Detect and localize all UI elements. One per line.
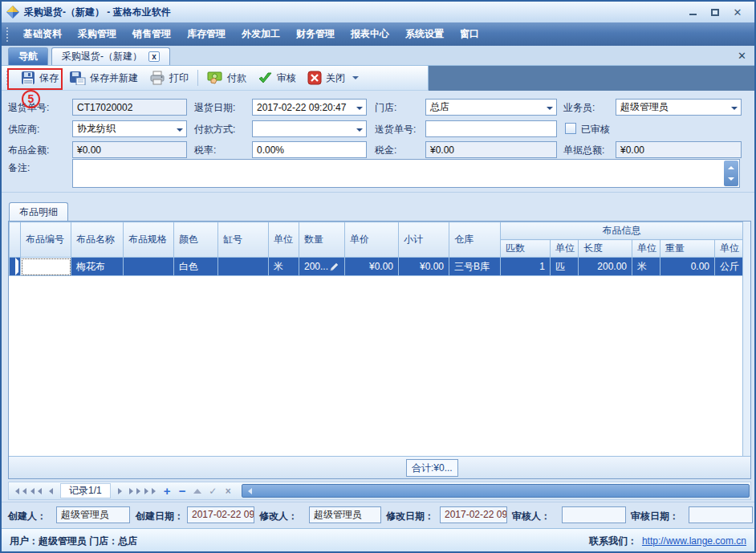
tab-navigation[interactable]: 导航 [8, 47, 48, 65]
cell-lot[interactable] [218, 258, 269, 276]
cell-unit[interactable]: 米 [269, 258, 299, 276]
tax-value: ¥0.00 [430, 144, 454, 156]
cell-weight-unit[interactable]: 公斤 [715, 258, 743, 276]
nav-next-page-button[interactable] [130, 484, 144, 498]
col-header-price[interactable]: 单价 [345, 222, 399, 258]
grid-vertical-scrollbar[interactable] [742, 222, 750, 456]
cell-warehouse[interactable]: 三号B库 [449, 258, 501, 276]
col-header-color[interactable]: 颜色 [174, 222, 218, 258]
col-header-weight[interactable]: 重量 [660, 240, 715, 258]
chevron-down-icon[interactable] [731, 107, 738, 113]
menu-window[interactable]: 窗口 [452, 23, 487, 45]
tax-field: ¥0.00 [425, 141, 557, 158]
create-date-label: 创建日期： [136, 507, 184, 525]
menu-purchase[interactable]: 采购管理 [70, 23, 124, 45]
cell-subtotal[interactable]: ¥0.00 [399, 258, 449, 276]
col-header-name[interactable]: 布品名称 [71, 222, 124, 258]
return-date-combo[interactable]: 2017-02-22 09:20:47 [252, 99, 367, 116]
cell-qty[interactable]: 200... [299, 258, 345, 276]
tax-rate-label: 税率: [194, 141, 216, 159]
col-header-qty[interactable]: 数量 [299, 222, 345, 258]
minimize-button[interactable] [687, 7, 698, 17]
nav-prior-button[interactable] [43, 484, 56, 498]
salesman-combo[interactable]: 超级管理员 [616, 99, 742, 116]
chevron-down-icon[interactable] [177, 128, 183, 135]
tab-fabric-detail[interactable]: 布品明细 [9, 202, 68, 222]
nav-prior-page-button[interactable] [27, 484, 41, 498]
nav-cancel-button[interactable]: × [222, 484, 235, 498]
save-button[interactable]: 保存 [15, 68, 64, 87]
scroll-left-icon[interactable] [245, 488, 252, 494]
nav-next-button[interactable] [115, 484, 128, 498]
cell-color[interactable]: 白色 [174, 258, 218, 276]
tab-close-icon[interactable]: x [148, 51, 160, 62]
col-header-code[interactable]: 布品编号 [21, 222, 71, 258]
fabric-amount-field: ¥0.00 [72, 141, 187, 158]
col-header-length-unit[interactable]: 单位 [632, 240, 660, 258]
nav-last-button[interactable] [145, 484, 159, 498]
menu-reports[interactable]: 报表中心 [343, 23, 397, 45]
chevron-down-icon[interactable] [356, 128, 363, 135]
website-link[interactable]: http://www.lange.com.cn [642, 535, 746, 547]
record-navigator: 记录1/1 + − ✓ × [8, 482, 751, 500]
grid-horizontal-scrollbar[interactable] [242, 484, 750, 498]
cell-length[interactable]: 200.00 [579, 258, 632, 276]
return-no-field: CT17020002 [72, 99, 187, 116]
chevron-down-icon[interactable] [356, 107, 363, 113]
audited-checkbox[interactable] [565, 123, 576, 134]
close-document-button[interactable]: 关闭 [302, 68, 351, 87]
cell-price[interactable]: ¥0.00 [345, 258, 399, 276]
table-row[interactable]: G0001 梅花布 白色 米 200... ¥0.00 ¥0.00 三号B库 [10, 258, 743, 276]
delivery-no-input[interactable] [425, 120, 557, 137]
col-header-pcs-unit[interactable]: 单位 [551, 240, 579, 258]
pay-button[interactable]: 付款 [201, 68, 252, 87]
record-indicator: 记录1/1 [60, 483, 111, 498]
col-header-subtotal[interactable]: 小计 [399, 222, 449, 258]
payment-method-combo[interactable] [252, 120, 367, 137]
supplier-combo[interactable]: 协龙纺织 [72, 120, 187, 137]
menu-outsourcing[interactable]: 外发加工 [234, 23, 288, 45]
tab-purchase-return[interactable]: 采购退货-（新建） x [51, 47, 170, 65]
modify-date-label: 修改日期： [386, 507, 434, 525]
audit-date-label: 审核日期： [631, 507, 679, 525]
save-and-new-button[interactable]: 保存并新建 [64, 68, 144, 87]
col-header-unit[interactable]: 单位 [269, 222, 299, 258]
remark-scrollbar[interactable] [724, 161, 738, 186]
maximize-button[interactable] [709, 7, 721, 17]
menu-sales[interactable]: 销售管理 [124, 23, 179, 45]
col-header-spec[interactable]: 布品规格 [124, 222, 174, 258]
menu-finance[interactable]: 财务管理 [288, 23, 343, 45]
scroll-up-icon[interactable] [728, 163, 734, 169]
print-button[interactable]: 打印 [144, 68, 194, 87]
toolbar-dropdown-arrow[interactable] [352, 76, 359, 83]
nav-insert-button[interactable]: + [161, 484, 174, 498]
cell-code[interactable]: G0001 [21, 258, 71, 276]
chevron-down-icon[interactable] [547, 107, 553, 113]
store-combo[interactable]: 总店 [425, 99, 557, 116]
tabstrip-close-button[interactable]: ✕ [738, 50, 746, 62]
menu-settings[interactable]: 系统设置 [397, 23, 452, 45]
audit-button[interactable]: 审核 [252, 69, 302, 87]
nav-first-button[interactable] [12, 484, 26, 498]
cell-pcs-unit[interactable]: 匹 [551, 258, 579, 276]
scroll-down-icon[interactable] [728, 177, 734, 184]
col-header-length[interactable]: 长度 [579, 240, 632, 258]
cell-pcs[interactable]: 1 [501, 258, 551, 276]
remark-textarea[interactable] [73, 160, 739, 187]
cell-spec[interactable] [124, 258, 174, 276]
tax-rate-input[interactable] [252, 141, 367, 158]
menu-basic-data[interactable]: 基础资料 [15, 23, 70, 45]
cell-weight[interactable]: 0.00 [660, 258, 715, 276]
col-header-warehouse[interactable]: 仓库 [449, 222, 501, 258]
col-header-pcs[interactable]: 匹数 [501, 240, 551, 258]
menu-inventory[interactable]: 库存管理 [179, 23, 234, 45]
nav-edit-button[interactable] [191, 484, 205, 498]
save-and-new-icon [70, 71, 86, 85]
cell-length-unit[interactable]: 米 [632, 258, 660, 276]
col-header-weight-unit[interactable]: 单位 [715, 240, 743, 258]
col-header-lot[interactable]: 缸号 [218, 222, 269, 258]
nav-delete-button[interactable]: − [176, 484, 189, 498]
close-window-button[interactable]: ✕ [732, 7, 743, 17]
cell-name[interactable]: 梅花布 [71, 258, 124, 276]
nav-post-button[interactable]: ✓ [206, 484, 220, 498]
